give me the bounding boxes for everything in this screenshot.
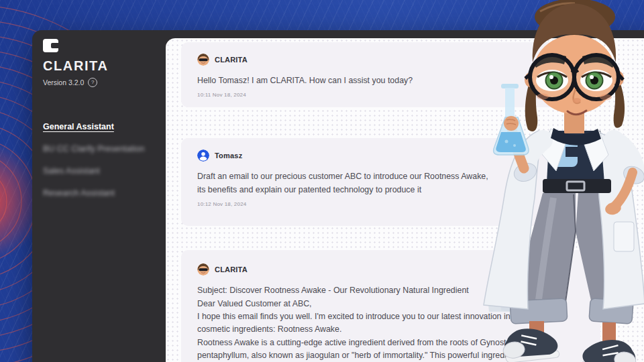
clarita-avatar-icon [197, 54, 209, 66]
sender-name: CLARITA [215, 56, 248, 64]
message-text: Hello Tomasz! I am CLARITA. How can I as… [197, 74, 584, 87]
sidebar-item-blurred-3[interactable]: Research Assistant [43, 188, 166, 198]
help-icon[interactable]: ? [88, 78, 97, 87]
message-text: Subject: Discover Rootness Awake - Our R… [197, 284, 584, 362]
version-label: Version 3.2.0 [43, 78, 84, 86]
sidebar-item-blurred-2[interactable]: Sales Assistant [43, 166, 166, 176]
chat-scroll-area[interactable]: CLARITA Hello Tomasz! I am CLARITA. How … [166, 38, 644, 362]
message-timestamp: 10:11 Nov 18, 2024 [197, 92, 584, 98]
chat-message-assistant: CLARITA Hello Tomasz! I am CLARITA. How … [181, 42, 600, 107]
sender-name: CLARITA [215, 265, 248, 274]
app-window: CLARITA Version 3.2.0 ? General Assistan… [32, 30, 644, 362]
user-avatar-icon [197, 149, 209, 162]
chat-message-user: Tomasz Draft an email to our precious cu… [181, 138, 600, 226]
clarita-avatar-icon [197, 263, 209, 276]
app-title: CLARITA [43, 58, 166, 74]
chat-message-assistant: CLARITA Subject: Discover Rootness Awake… [181, 250, 600, 362]
sidebar-item-general-assistant[interactable]: General Assistant [43, 122, 166, 131]
message-timestamp: 10:12 Nov 18, 2024 [197, 201, 584, 207]
sender-name: Tomasz [215, 152, 242, 160]
sidebar-item-blurred-1[interactable]: BU CC Clarify Presentation [43, 144, 166, 154]
message-text: Draft an email to our precious customer … [197, 170, 584, 196]
clarita-logo-icon [43, 39, 58, 52]
sidebar: CLARITA Version 3.2.0 ? General Assistan… [32, 30, 166, 362]
assistant-nav: General Assistant BU CC Clarify Presenta… [43, 122, 166, 198]
